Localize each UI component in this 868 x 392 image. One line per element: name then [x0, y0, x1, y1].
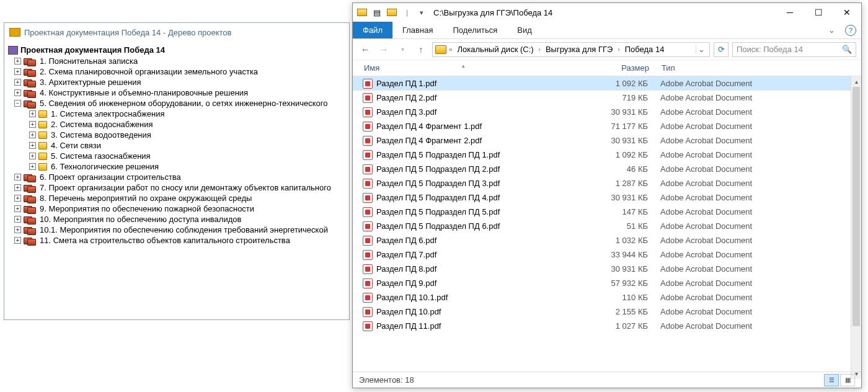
expand-toggle[interactable]: +: [14, 237, 21, 244]
tree-node-label: 11. Смета на строительство объектов капи…: [40, 236, 290, 245]
book-icon: [24, 215, 36, 224]
file-row[interactable]: Раздел ПД 5 Подраздел ПД 4.pdf30 931 КБA…: [353, 190, 861, 205]
expand-toggle[interactable]: +: [14, 226, 21, 233]
file-row[interactable]: Раздел ПД 11.pdf1 027 КБAdobe Acrobat Do…: [353, 319, 861, 333]
view-icons-button[interactable]: ▦: [840, 374, 855, 386]
file-row[interactable]: Раздел ПД 4 Фрагмент 2.pdf30 931 КБAdobe…: [353, 133, 861, 148]
refresh-button[interactable]: ⟳: [714, 42, 728, 57]
tree-node[interactable]: +8. Перечень мероприятий по охране окруж…: [8, 193, 349, 203]
tree-node[interactable]: +4. Конструктивные и объемно-планировочн…: [8, 87, 349, 98]
book-icon: [24, 236, 36, 245]
expand-toggle[interactable]: +: [14, 216, 21, 223]
maximize-button[interactable]: ☐: [804, 3, 833, 22]
expand-toggle[interactable]: +: [14, 79, 21, 86]
ribbon-tab-share[interactable]: Поделиться: [443, 22, 507, 38]
expand-toggle[interactable]: +: [14, 184, 21, 191]
search-box[interactable]: 🔍: [732, 42, 856, 57]
tree-node[interactable]: +2. Система водоснабжения: [8, 119, 349, 130]
address-dropdown-icon[interactable]: ⌄: [696, 45, 707, 54]
expand-toggle[interactable]: +: [29, 110, 36, 117]
expand-toggle[interactable]: +: [29, 153, 36, 159]
file-type: Adobe Acrobat Document: [660, 207, 861, 216]
pdf-icon: [363, 250, 373, 260]
file-name: Раздел ПД 1.pdf: [376, 79, 561, 88]
ribbon-expand-icon[interactable]: ⌄: [823, 22, 840, 38]
scroll-thumb[interactable]: [852, 87, 860, 326]
nav-back-button[interactable]: ←: [358, 42, 373, 57]
file-row[interactable]: Раздел ПД 5 Подраздел ПД 6.pdf51 КБAdobe…: [353, 219, 861, 233]
expand-toggle[interactable]: +: [29, 163, 36, 170]
ribbon: Файл Главная Поделиться Вид ⌄ ?: [353, 22, 861, 39]
search-icon[interactable]: 🔍: [842, 45, 852, 54]
file-name: Раздел ПД 5 Подраздел ПД 6.pdf: [376, 221, 561, 231]
tree-node[interactable]: +2. Схема планировочной организации земе…: [8, 66, 349, 77]
nav-up-button[interactable]: ↑: [414, 42, 428, 57]
tree-node[interactable]: +1. Система электроснабжения: [8, 109, 349, 119]
file-size: 1 032 КБ: [561, 236, 660, 245]
file-row[interactable]: Раздел ПД 5 Подраздел ПД 2.pdf46 КБAdobe…: [353, 162, 861, 176]
tree-node[interactable]: +3. Система водоотведения: [8, 130, 349, 140]
scroll-up-icon[interactable]: ▴: [851, 76, 861, 87]
tree-node[interactable]: +9. Мероприятия по обеспечению пожарной …: [8, 203, 349, 214]
file-row[interactable]: Раздел ПД 10.1.pdf110 КБAdobe Acrobat Do…: [353, 290, 861, 305]
breadcrumb-seg-1[interactable]: Выгрузка для ГГЭ: [543, 45, 615, 54]
tree-node[interactable]: −5. Сведения об инженерном оборудовании,…: [8, 98, 349, 109]
file-row[interactable]: Раздел ПД 2.pdf719 КБAdobe Acrobat Docum…: [353, 91, 861, 105]
tree-node[interactable]: +6. Технологические решения: [8, 161, 349, 172]
chevron-left-icon[interactable]: «: [448, 46, 454, 53]
breadcrumb-seg-2[interactable]: Победа 14: [622, 45, 667, 54]
tree-node[interactable]: +7. Проект организации работ по сносу ил…: [8, 182, 349, 193]
ribbon-file-tab[interactable]: Файл: [353, 22, 392, 38]
expand-toggle[interactable]: +: [14, 68, 21, 75]
file-name: Раздел ПД 11.pdf: [376, 321, 561, 331]
file-row[interactable]: Раздел ПД 9.pdf57 932 КБAdobe Acrobat Do…: [353, 276, 861, 290]
tree-node[interactable]: +6. Проект организации строительства: [8, 172, 349, 182]
file-row[interactable]: Раздел ПД 6.pdf1 032 КБAdobe Acrobat Doc…: [353, 233, 861, 247]
file-row[interactable]: Раздел ПД 1.pdf1 092 КБAdobe Acrobat Doc…: [353, 76, 861, 91]
nav-history-dropdown[interactable]: ▾: [395, 42, 410, 57]
breadcrumb-seg-0[interactable]: Локальный диск (C:): [455, 45, 536, 54]
file-row[interactable]: Раздел ПД 5 Подраздел ПД 1.pdf1 092 КБAd…: [353, 148, 861, 162]
file-row[interactable]: Раздел ПД 5 Подраздел ПД 3.pdf1 287 КБAd…: [353, 176, 861, 190]
expand-toggle[interactable]: +: [14, 195, 21, 202]
column-name[interactable]: Имя ▴: [364, 63, 562, 73]
tree-root[interactable]: Проектная документация Победа 14: [8, 44, 349, 56]
minimize-button[interactable]: ─: [776, 3, 804, 22]
qat-dropdown-icon[interactable]: ▾: [416, 7, 427, 18]
tree-node[interactable]: +1. Пояснительная записка: [8, 56, 349, 66]
tree-node[interactable]: +5. Система газоснабжения: [8, 151, 349, 161]
expand-toggle[interactable]: +: [29, 131, 36, 138]
file-type: Adobe Acrobat Document: [660, 264, 861, 274]
tree-node[interactable]: +10.1. Мероприятия по обеспечению соблюд…: [8, 225, 349, 235]
tree-node[interactable]: +4. Сети связи: [8, 140, 349, 151]
expand-toggle[interactable]: +: [29, 142, 36, 149]
tree-node[interactable]: +11. Смета на строительство объектов кап…: [8, 235, 349, 246]
tree-node[interactable]: +3. Архитектурные решения: [8, 77, 349, 87]
file-row[interactable]: Раздел ПД 8.pdf30 931 КБAdobe Acrobat Do…: [353, 262, 861, 276]
column-size[interactable]: Размер: [562, 63, 662, 73]
tree-node[interactable]: +10. Мероприятия по обеспечению доступа …: [8, 214, 349, 225]
file-row[interactable]: Раздел ПД 5 Подраздел ПД 5.pdf147 КБAdob…: [353, 205, 861, 219]
file-row[interactable]: Раздел ПД 4 Фрагмент 1.pdf71 177 КБAdobe…: [353, 119, 861, 133]
search-input[interactable]: [737, 45, 842, 54]
close-button[interactable]: ✕: [833, 3, 861, 22]
expand-toggle[interactable]: +: [14, 174, 21, 180]
expand-toggle[interactable]: +: [14, 58, 21, 65]
file-row[interactable]: Раздел ПД 7.pdf33 944 КБAdobe Acrobat Do…: [353, 247, 861, 262]
expand-toggle[interactable]: +: [14, 89, 21, 96]
expand-toggle[interactable]: +: [29, 121, 36, 128]
view-details-button[interactable]: ☰: [824, 374, 839, 386]
qat-properties-icon[interactable]: ▤: [371, 7, 383, 18]
help-button[interactable]: ?: [845, 25, 856, 36]
file-row[interactable]: Раздел ПД 10.pdf2 155 КБAdobe Acrobat Do…: [353, 305, 861, 319]
ribbon-tab-view[interactable]: Вид: [507, 22, 542, 38]
qat-folder-icon[interactable]: [386, 7, 397, 18]
file-row[interactable]: Раздел ПД 3.pdf30 931 КБAdobe Acrobat Do…: [353, 105, 861, 119]
column-type[interactable]: Тип: [662, 63, 861, 73]
expand-toggle[interactable]: −: [14, 100, 21, 107]
ribbon-tab-home[interactable]: Главная: [392, 22, 443, 38]
address-bar[interactable]: « Локальный диск (C:) › Выгрузка для ГГЭ…: [432, 42, 710, 57]
expand-toggle[interactable]: +: [14, 205, 21, 212]
vertical-scrollbar[interactable]: ▴ ▾: [851, 76, 861, 379]
file-name: Раздел ПД 7.pdf: [376, 250, 561, 259]
